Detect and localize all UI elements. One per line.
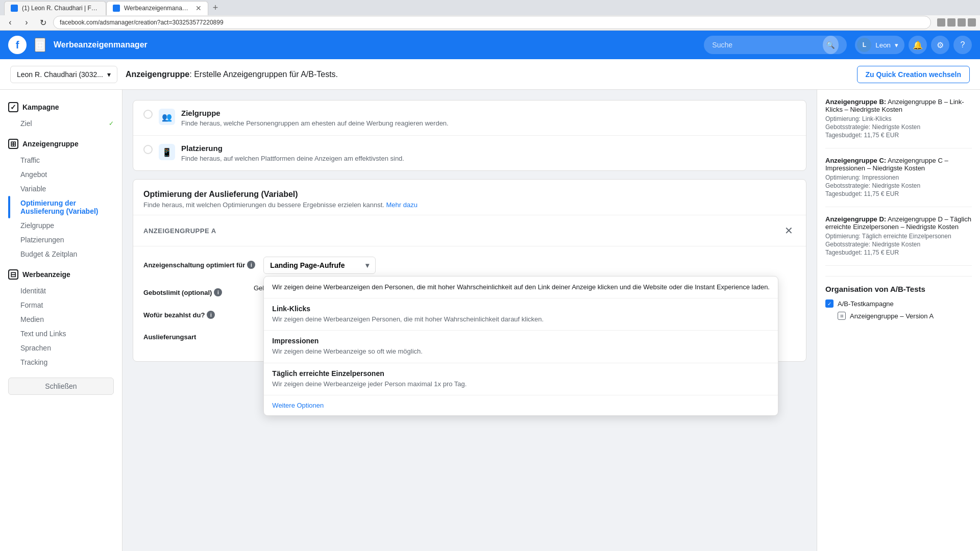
group-d-strat: Gebotsstrategie: Niedrigste Kosten	[825, 241, 972, 248]
quick-creation-button[interactable]: Zu Quick Creation wechseln	[857, 66, 970, 83]
group-b-title: Anzeigengruppe B: Anzeigengruppe B – Lin…	[825, 98, 972, 113]
format-label: Format	[20, 301, 43, 309]
browser-tab-2[interactable]: Werbeanzeigenmanager - Cre... ✕	[106, 1, 208, 15]
sidebar-item-sprachen[interactable]: Sprachen	[0, 341, 122, 355]
search-button[interactable]: 🔍	[823, 36, 839, 54]
sidebar-item-format[interactable]: Format	[0, 298, 122, 312]
zielgruppe-label: Zielgruppe	[20, 221, 54, 230]
werbeanzeige-label: Werbeanzeige	[22, 270, 70, 279]
org-item-anzeigengruppe: ⊞ Anzeigengruppe – Version A	[825, 312, 972, 320]
checkbox-icon: ✓	[825, 299, 834, 308]
url-text: facebook.com/adsmanager/creation?act=303…	[60, 19, 224, 26]
breadcrumb-label: Anzeigengruppe	[126, 70, 189, 79]
variable-label: Variable	[20, 185, 46, 193]
zielgruppe-card: 👥 Zielgruppe Finde heraus, welche Person…	[133, 100, 806, 171]
sidebar-item-tracking[interactable]: Tracking	[0, 355, 122, 369]
link-klicks-desc: Wir zeigen deine Werbeanzeigen Personen,…	[272, 315, 770, 324]
checkmark-icon: ✓	[109, 120, 114, 127]
close-button[interactable]: Schließen	[8, 378, 114, 395]
notifications-button[interactable]: 🔔	[909, 36, 927, 54]
group-c-budget: Tagesbudget: 11,75 € EUR	[825, 190, 972, 197]
sidebar-item-angebot[interactable]: Angebot	[0, 167, 122, 182]
sidebar-item-text-links[interactable]: Text und Links	[0, 327, 122, 341]
anzeigengruppe-modal: ANZEIGENGRUPPE A ✕ Anzeigenschaltung opt…	[133, 215, 806, 361]
anzeigenschaltung-label: Anzeigenschaltung optimiert für i	[143, 257, 255, 269]
wofuer-label: Wofür bezahlst du? i	[143, 307, 246, 319]
back-button[interactable]: ‹	[4, 16, 16, 29]
budget-label: Budget & Zeitplan	[20, 250, 77, 258]
sidebar-item-budget[interactable]: Budget & Zeitplan	[0, 247, 122, 261]
ext-icon-3	[958, 18, 966, 27]
panel-group-b: Anzeigengruppe B: Anzeigengruppe B – Lin…	[825, 98, 972, 148]
search-input[interactable]	[712, 41, 823, 49]
sidebar-anzeigengruppe-header: ⊞ Anzeigengruppe	[0, 135, 122, 153]
sidebar-item-medien[interactable]: Medien	[0, 312, 122, 327]
sidebar: ✓ Kampagne Ziel ✓ ⊞ Anzeigengruppe Traff…	[0, 90, 122, 551]
sidebar-item-identitaet[interactable]: Identität	[0, 284, 122, 298]
info-icon-anzeigenschaltung[interactable]: i	[247, 261, 255, 269]
mehr-dazu-link[interactable]: Mehr dazu	[386, 201, 418, 209]
optimization-title: Optimierung der Auslieferung (Variabel)	[143, 190, 796, 199]
radio-button-zielgruppe[interactable]	[143, 110, 153, 119]
ext-icon-4	[968, 18, 976, 27]
new-tab-button[interactable]: +	[208, 1, 223, 15]
text-links-label: Text und Links	[20, 330, 66, 338]
facebook-header: f ⊞ Werbeanzeigenmanager 🔍 L Leon ▾ 🔔 ⚙ …	[0, 31, 980, 59]
sidebar-werbeanzeige-header: ⊟ Werbeanzeige	[0, 265, 122, 284]
account-selector[interactable]: Leon R. Chaudhari (3032... ▾	[10, 66, 117, 83]
dropdown-option-impressionen[interactable]: Impressionen Wir zeigen deine Werbeanzei…	[264, 331, 778, 363]
settings-button[interactable]: ⚙	[931, 36, 949, 54]
sidebar-item-optimierung[interactable]: Optimierung der Auslieferung (Variabel)	[0, 196, 122, 218]
platzierung-option-content: Platzierung Finde heraus, auf welchen Pl…	[181, 144, 404, 162]
address-bar[interactable]: facebook.com/adsmanager/creation?act=303…	[53, 16, 931, 29]
grid-icon-small: ⊞	[838, 312, 846, 320]
tab-close-icon[interactable]: ✕	[195, 4, 202, 12]
reload-button[interactable]: ↻	[37, 16, 49, 29]
tracking-label: Tracking	[20, 358, 47, 366]
facebook-logo[interactable]: f	[8, 36, 27, 54]
grid-menu-button[interactable]: ⊞	[35, 38, 45, 52]
platzierung-option-icon: 📱	[159, 144, 175, 160]
user-name: Leon	[875, 41, 891, 49]
content-area: 👥 Zielgruppe Finde heraus, welche Person…	[122, 90, 817, 551]
sidebar-item-ziel[interactable]: Ziel ✓	[0, 116, 122, 131]
user-account-button[interactable]: L Leon ▾	[855, 36, 904, 54]
optimization-desc: Finde heraus, mit welchen Optimierungen …	[143, 201, 796, 209]
weitere-optionen-link[interactable]: Weitere Optionen	[264, 395, 778, 415]
dropdown-option-taeglich[interactable]: Täglich erreichte Einzelpersonen Wir zei…	[264, 363, 778, 395]
traffic-label: Traffic	[20, 156, 40, 164]
anzeigenschaltung-row: Anzeigenschaltung optimiert für i Landin…	[143, 257, 796, 274]
zielgruppe-desc: Finde heraus, welche Personengruppen am …	[181, 119, 449, 127]
info-icon-gebotslimit[interactable]: i	[214, 288, 222, 296]
group-b-strat: Gebotsstrategie: Niedrigste Kosten	[825, 123, 972, 131]
sidebar-item-traffic[interactable]: Traffic	[0, 153, 122, 167]
modal-close-button[interactable]: ✕	[781, 223, 796, 238]
org-title: Organisation von A/B-Tests	[825, 285, 972, 293]
sidebar-item-zielgruppe[interactable]: Zielgruppe	[0, 218, 122, 233]
dropdown-option-link-klicks[interactable]: Link-Klicks Wir zeigen deine Werbeanzeig…	[264, 298, 778, 331]
help-button[interactable]: ?	[953, 36, 972, 54]
zielgruppe-option: 👥 Zielgruppe Finde heraus, welche Person…	[133, 101, 806, 136]
tab2-title: Werbeanzeigenmanager - Cre...	[124, 5, 191, 12]
facebook-tab-icon-2	[113, 5, 120, 12]
forward-button[interactable]: ›	[20, 16, 33, 29]
sidebar-kampagne-header: ✓ Kampagne	[0, 98, 122, 116]
zielgruppe-option-icon: 👥	[159, 109, 175, 125]
sidebar-item-platzierungen[interactable]: Platzierungen	[0, 233, 122, 247]
taeglich-desc: Wir zeigen deine Werbeanzeige jeder Pers…	[272, 380, 770, 389]
radio-button-platzierung[interactable]	[143, 145, 153, 154]
werbeanzeige-icon: ⊟	[8, 269, 18, 280]
sidebar-section-kampagne: ✓ Kampagne Ziel ✓	[0, 98, 122, 131]
browser-tab-1[interactable]: (1) Leon R. Chaudhari | Face...	[4, 1, 106, 15]
sidebar-item-variable[interactable]: Variable	[0, 182, 122, 196]
link-klicks-title: Link-Klicks	[272, 305, 770, 313]
dropdown-arrow-icon: ▾	[365, 261, 369, 269]
right-panel: Anzeigengruppe B: Anzeigengruppe B – Lin…	[817, 90, 980, 551]
info-icon-wofuer[interactable]: i	[207, 311, 215, 319]
taeglich-title: Täglich erreichte Einzelpersonen	[272, 369, 770, 378]
sub-header: Leon R. Chaudhari (3032... ▾ Anzeigengru…	[0, 59, 980, 90]
landing-page-dropdown-button[interactable]: Landing Page-Aufrufe ▾	[263, 257, 376, 274]
sprachen-label: Sprachen	[20, 344, 51, 352]
optimization-section-header: Optimierung der Auslieferung (Variabel) …	[133, 180, 806, 215]
app-name: Werbeanzeigenmanager	[54, 40, 148, 49]
